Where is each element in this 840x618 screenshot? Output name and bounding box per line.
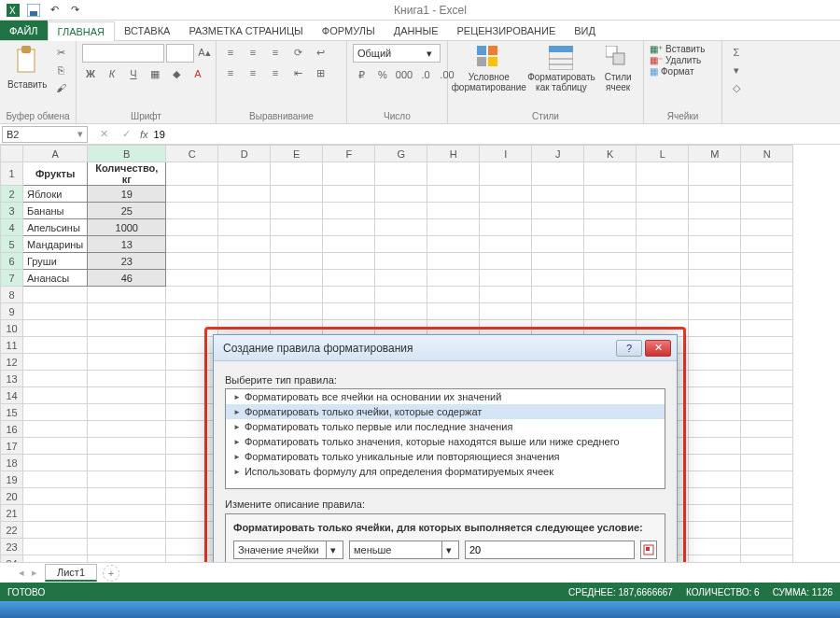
cell[interactable]: [741, 471, 793, 488]
cell[interactable]: Фрукты: [23, 162, 88, 186]
row-header[interactable]: 12: [1, 354, 23, 371]
cell[interactable]: [584, 203, 637, 219]
cell[interactable]: [375, 219, 427, 236]
row-header[interactable]: 19: [1, 471, 23, 488]
cell[interactable]: [23, 421, 88, 438]
cell[interactable]: [23, 337, 88, 354]
cell[interactable]: [88, 287, 166, 303]
cell[interactable]: [23, 539, 88, 555]
cell[interactable]: [88, 539, 166, 555]
cell[interactable]: [689, 162, 741, 186]
column-header[interactable]: K: [584, 146, 637, 162]
rule-item[interactable]: Форматировать только значения, которые н…: [226, 434, 665, 449]
cell[interactable]: [480, 186, 532, 203]
cell[interactable]: [741, 555, 793, 563]
paste-button[interactable]: Вставить: [6, 44, 49, 91]
windows-taskbar[interactable]: [0, 601, 840, 618]
cell[interactable]: [218, 270, 271, 287]
cell[interactable]: [323, 287, 375, 303]
cell[interactable]: [637, 203, 689, 219]
row-header[interactable]: 22: [1, 522, 23, 539]
cell[interactable]: [166, 303, 218, 320]
cell[interactable]: [375, 186, 427, 203]
cell[interactable]: [427, 303, 480, 320]
align-mid-icon[interactable]: ≡: [245, 44, 261, 61]
rule-item[interactable]: Форматировать все ячейки на основании их…: [226, 389, 665, 404]
tab-view[interactable]: ВИД: [565, 21, 605, 40]
cell[interactable]: [88, 337, 166, 354]
column-header[interactable]: C: [166, 146, 218, 162]
column-header[interactable]: I: [480, 146, 532, 162]
cut-icon[interactable]: ✂: [52, 44, 69, 61]
cell[interactable]: [741, 371, 793, 387]
row-header[interactable]: 2: [1, 186, 23, 203]
cell[interactable]: [532, 287, 584, 303]
wrap-icon[interactable]: ↩: [312, 44, 329, 61]
cell[interactable]: [166, 287, 218, 303]
cell[interactable]: [689, 203, 741, 219]
cell[interactable]: [584, 186, 637, 203]
cell[interactable]: [88, 522, 166, 539]
cell[interactable]: [23, 404, 88, 421]
cell[interactable]: [218, 162, 271, 186]
row-header[interactable]: 24: [1, 555, 23, 563]
fill-icon[interactable]: ▾: [728, 62, 745, 78]
cell[interactable]: 23: [88, 253, 166, 270]
cell[interactable]: [166, 203, 218, 219]
cell[interactable]: [23, 371, 88, 387]
cell[interactable]: [166, 270, 218, 287]
cell[interactable]: [271, 236, 323, 253]
cell[interactable]: [689, 253, 741, 270]
currency-icon[interactable]: ₽: [353, 66, 370, 83]
cell[interactable]: [741, 404, 793, 421]
column-header[interactable]: A: [23, 146, 88, 162]
cell[interactable]: [741, 203, 793, 219]
autosum-icon[interactable]: Σ: [728, 44, 745, 61]
cell[interactable]: [23, 354, 88, 371]
row-header[interactable]: 8: [1, 287, 23, 303]
cell[interactable]: [741, 522, 793, 539]
inc-decimal-icon[interactable]: .0: [417, 66, 434, 83]
row-header[interactable]: 10: [1, 320, 23, 337]
tab-file[interactable]: ФАЙЛ: [0, 21, 48, 40]
cell[interactable]: [271, 253, 323, 270]
column-header[interactable]: B: [88, 146, 166, 162]
border-icon[interactable]: ▦: [147, 65, 163, 82]
column-header[interactable]: J: [532, 146, 584, 162]
cell[interactable]: [689, 522, 741, 539]
cell[interactable]: [375, 253, 427, 270]
row-header[interactable]: 9: [1, 303, 23, 320]
cell[interactable]: [480, 253, 532, 270]
cell[interactable]: Бананы: [23, 203, 88, 219]
condition-type-dropdown[interactable]: Значение ячейки▾: [233, 541, 343, 559]
tab-layout[interactable]: РАЗМЕТКА СТРАНИЦЫ: [179, 21, 312, 40]
align-bot-icon[interactable]: ≡: [267, 44, 284, 61]
cell[interactable]: [166, 236, 218, 253]
tab-review[interactable]: РЕЦЕНЗИРОВАНИЕ: [447, 21, 565, 40]
cell[interactable]: [741, 303, 793, 320]
cell[interactable]: [88, 488, 166, 505]
cell[interactable]: [584, 270, 637, 287]
format-cells-button[interactable]: ▦Формат: [650, 66, 694, 77]
cell[interactable]: [323, 186, 375, 203]
cell[interactable]: 1000: [88, 219, 166, 236]
cell[interactable]: 13: [88, 236, 166, 253]
cell[interactable]: [166, 186, 218, 203]
cell[interactable]: [689, 287, 741, 303]
cell[interactable]: [532, 270, 584, 287]
cell[interactable]: [88, 371, 166, 387]
cell[interactable]: [741, 488, 793, 505]
align-left-icon[interactable]: ≡: [222, 64, 239, 81]
cell[interactable]: [166, 219, 218, 236]
row-header[interactable]: 6: [1, 253, 23, 270]
range-selector-icon[interactable]: [640, 541, 657, 559]
cell[interactable]: [323, 162, 375, 186]
cell[interactable]: [689, 354, 741, 371]
cell[interactable]: [323, 253, 375, 270]
tab-data[interactable]: ДАННЫЕ: [385, 21, 448, 40]
cell[interactable]: [88, 505, 166, 522]
cell[interactable]: [375, 236, 427, 253]
cell[interactable]: [741, 236, 793, 253]
cell[interactable]: [532, 253, 584, 270]
cell[interactable]: [166, 253, 218, 270]
